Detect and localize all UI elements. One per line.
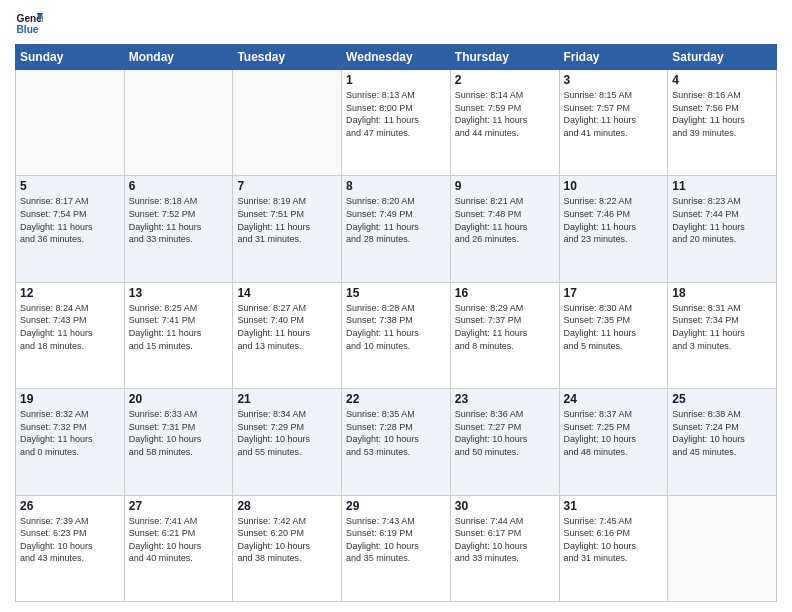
- page: General Blue SundayMondayTuesdayWednesda…: [0, 0, 792, 612]
- day-number: 1: [346, 73, 446, 87]
- calendar-cell: 27Sunrise: 7:41 AM Sunset: 6:21 PM Dayli…: [124, 495, 233, 601]
- day-number: 9: [455, 179, 555, 193]
- cell-info: Sunrise: 8:19 AM Sunset: 7:51 PM Dayligh…: [237, 195, 337, 245]
- day-number: 13: [129, 286, 229, 300]
- svg-text:Blue: Blue: [17, 24, 39, 35]
- calendar-cell: 15Sunrise: 8:28 AM Sunset: 7:38 PM Dayli…: [342, 282, 451, 388]
- calendar-cell: 2Sunrise: 8:14 AM Sunset: 7:59 PM Daylig…: [450, 70, 559, 176]
- calendar-cell: [233, 70, 342, 176]
- calendar-cell: 9Sunrise: 8:21 AM Sunset: 7:48 PM Daylig…: [450, 176, 559, 282]
- cell-info: Sunrise: 8:21 AM Sunset: 7:48 PM Dayligh…: [455, 195, 555, 245]
- day-number: 10: [564, 179, 664, 193]
- cell-info: Sunrise: 7:39 AM Sunset: 6:23 PM Dayligh…: [20, 515, 120, 565]
- day-number: 19: [20, 392, 120, 406]
- day-number: 30: [455, 499, 555, 513]
- cell-info: Sunrise: 8:13 AM Sunset: 8:00 PM Dayligh…: [346, 89, 446, 139]
- calendar-header-row: SundayMondayTuesdayWednesdayThursdayFrid…: [16, 45, 777, 70]
- cell-info: Sunrise: 8:17 AM Sunset: 7:54 PM Dayligh…: [20, 195, 120, 245]
- calendar-header-friday: Friday: [559, 45, 668, 70]
- calendar-cell: 22Sunrise: 8:35 AM Sunset: 7:28 PM Dayli…: [342, 389, 451, 495]
- day-number: 6: [129, 179, 229, 193]
- cell-info: Sunrise: 8:28 AM Sunset: 7:38 PM Dayligh…: [346, 302, 446, 352]
- cell-info: Sunrise: 8:36 AM Sunset: 7:27 PM Dayligh…: [455, 408, 555, 458]
- day-number: 14: [237, 286, 337, 300]
- cell-info: Sunrise: 8:30 AM Sunset: 7:35 PM Dayligh…: [564, 302, 664, 352]
- calendar-cell: 13Sunrise: 8:25 AM Sunset: 7:41 PM Dayli…: [124, 282, 233, 388]
- cell-info: Sunrise: 8:37 AM Sunset: 7:25 PM Dayligh…: [564, 408, 664, 458]
- calendar-cell: 7Sunrise: 8:19 AM Sunset: 7:51 PM Daylig…: [233, 176, 342, 282]
- calendar-cell: 21Sunrise: 8:34 AM Sunset: 7:29 PM Dayli…: [233, 389, 342, 495]
- logo: General Blue: [15, 10, 47, 38]
- day-number: 29: [346, 499, 446, 513]
- calendar-cell: 24Sunrise: 8:37 AM Sunset: 7:25 PM Dayli…: [559, 389, 668, 495]
- cell-info: Sunrise: 8:34 AM Sunset: 7:29 PM Dayligh…: [237, 408, 337, 458]
- calendar-cell: 23Sunrise: 8:36 AM Sunset: 7:27 PM Dayli…: [450, 389, 559, 495]
- day-number: 26: [20, 499, 120, 513]
- calendar-cell: 14Sunrise: 8:27 AM Sunset: 7:40 PM Dayli…: [233, 282, 342, 388]
- calendar-cell: 19Sunrise: 8:32 AM Sunset: 7:32 PM Dayli…: [16, 389, 125, 495]
- cell-info: Sunrise: 8:20 AM Sunset: 7:49 PM Dayligh…: [346, 195, 446, 245]
- cell-info: Sunrise: 8:27 AM Sunset: 7:40 PM Dayligh…: [237, 302, 337, 352]
- cell-info: Sunrise: 8:32 AM Sunset: 7:32 PM Dayligh…: [20, 408, 120, 458]
- calendar-header-saturday: Saturday: [668, 45, 777, 70]
- cell-info: Sunrise: 8:33 AM Sunset: 7:31 PM Dayligh…: [129, 408, 229, 458]
- cell-info: Sunrise: 8:14 AM Sunset: 7:59 PM Dayligh…: [455, 89, 555, 139]
- day-number: 21: [237, 392, 337, 406]
- day-number: 11: [672, 179, 772, 193]
- cell-info: Sunrise: 7:41 AM Sunset: 6:21 PM Dayligh…: [129, 515, 229, 565]
- header: General Blue: [15, 10, 777, 38]
- calendar-cell: 28Sunrise: 7:42 AM Sunset: 6:20 PM Dayli…: [233, 495, 342, 601]
- calendar-cell: 31Sunrise: 7:45 AM Sunset: 6:16 PM Dayli…: [559, 495, 668, 601]
- cell-info: Sunrise: 8:16 AM Sunset: 7:56 PM Dayligh…: [672, 89, 772, 139]
- day-number: 18: [672, 286, 772, 300]
- calendar-header-monday: Monday: [124, 45, 233, 70]
- cell-info: Sunrise: 7:44 AM Sunset: 6:17 PM Dayligh…: [455, 515, 555, 565]
- day-number: 7: [237, 179, 337, 193]
- cell-info: Sunrise: 7:45 AM Sunset: 6:16 PM Dayligh…: [564, 515, 664, 565]
- day-number: 8: [346, 179, 446, 193]
- cell-info: Sunrise: 8:38 AM Sunset: 7:24 PM Dayligh…: [672, 408, 772, 458]
- calendar-cell: 8Sunrise: 8:20 AM Sunset: 7:49 PM Daylig…: [342, 176, 451, 282]
- calendar-cell: 17Sunrise: 8:30 AM Sunset: 7:35 PM Dayli…: [559, 282, 668, 388]
- calendar-cell: 3Sunrise: 8:15 AM Sunset: 7:57 PM Daylig…: [559, 70, 668, 176]
- cell-info: Sunrise: 8:15 AM Sunset: 7:57 PM Dayligh…: [564, 89, 664, 139]
- day-number: 16: [455, 286, 555, 300]
- calendar-cell: 5Sunrise: 8:17 AM Sunset: 7:54 PM Daylig…: [16, 176, 125, 282]
- day-number: 27: [129, 499, 229, 513]
- cell-info: Sunrise: 7:42 AM Sunset: 6:20 PM Dayligh…: [237, 515, 337, 565]
- day-number: 12: [20, 286, 120, 300]
- day-number: 17: [564, 286, 664, 300]
- calendar-cell: 30Sunrise: 7:44 AM Sunset: 6:17 PM Dayli…: [450, 495, 559, 601]
- day-number: 23: [455, 392, 555, 406]
- cell-info: Sunrise: 8:24 AM Sunset: 7:43 PM Dayligh…: [20, 302, 120, 352]
- cell-info: Sunrise: 8:29 AM Sunset: 7:37 PM Dayligh…: [455, 302, 555, 352]
- day-number: 22: [346, 392, 446, 406]
- calendar-cell: 10Sunrise: 8:22 AM Sunset: 7:46 PM Dayli…: [559, 176, 668, 282]
- calendar-cell: 1Sunrise: 8:13 AM Sunset: 8:00 PM Daylig…: [342, 70, 451, 176]
- calendar-cell: 16Sunrise: 8:29 AM Sunset: 7:37 PM Dayli…: [450, 282, 559, 388]
- day-number: 25: [672, 392, 772, 406]
- day-number: 3: [564, 73, 664, 87]
- cell-info: Sunrise: 8:23 AM Sunset: 7:44 PM Dayligh…: [672, 195, 772, 245]
- calendar-header-tuesday: Tuesday: [233, 45, 342, 70]
- day-number: 31: [564, 499, 664, 513]
- calendar-header-wednesday: Wednesday: [342, 45, 451, 70]
- day-number: 2: [455, 73, 555, 87]
- day-number: 20: [129, 392, 229, 406]
- calendar-cell: 25Sunrise: 8:38 AM Sunset: 7:24 PM Dayli…: [668, 389, 777, 495]
- day-number: 4: [672, 73, 772, 87]
- calendar-cell: 29Sunrise: 7:43 AM Sunset: 6:19 PM Dayli…: [342, 495, 451, 601]
- day-number: 15: [346, 286, 446, 300]
- day-number: 5: [20, 179, 120, 193]
- calendar-cell: 26Sunrise: 7:39 AM Sunset: 6:23 PM Dayli…: [16, 495, 125, 601]
- cell-info: Sunrise: 8:35 AM Sunset: 7:28 PM Dayligh…: [346, 408, 446, 458]
- day-number: 24: [564, 392, 664, 406]
- calendar-cell: 4Sunrise: 8:16 AM Sunset: 7:56 PM Daylig…: [668, 70, 777, 176]
- cell-info: Sunrise: 8:31 AM Sunset: 7:34 PM Dayligh…: [672, 302, 772, 352]
- calendar-cell: [668, 495, 777, 601]
- cell-info: Sunrise: 8:22 AM Sunset: 7:46 PM Dayligh…: [564, 195, 664, 245]
- calendar-cell: 18Sunrise: 8:31 AM Sunset: 7:34 PM Dayli…: [668, 282, 777, 388]
- calendar-cell: 6Sunrise: 8:18 AM Sunset: 7:52 PM Daylig…: [124, 176, 233, 282]
- calendar-table: SundayMondayTuesdayWednesdayThursdayFrid…: [15, 44, 777, 602]
- cell-info: Sunrise: 8:18 AM Sunset: 7:52 PM Dayligh…: [129, 195, 229, 245]
